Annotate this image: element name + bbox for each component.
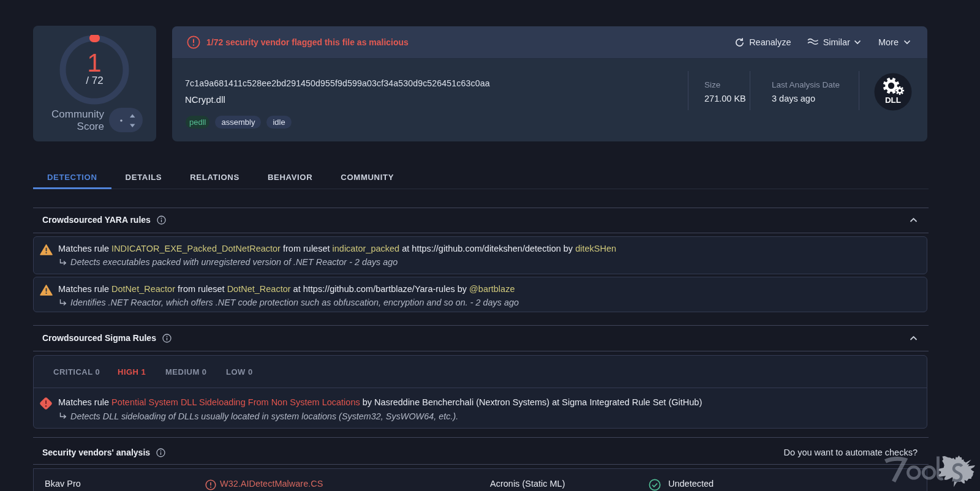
svg-text:DLL: DLL [885,96,901,105]
